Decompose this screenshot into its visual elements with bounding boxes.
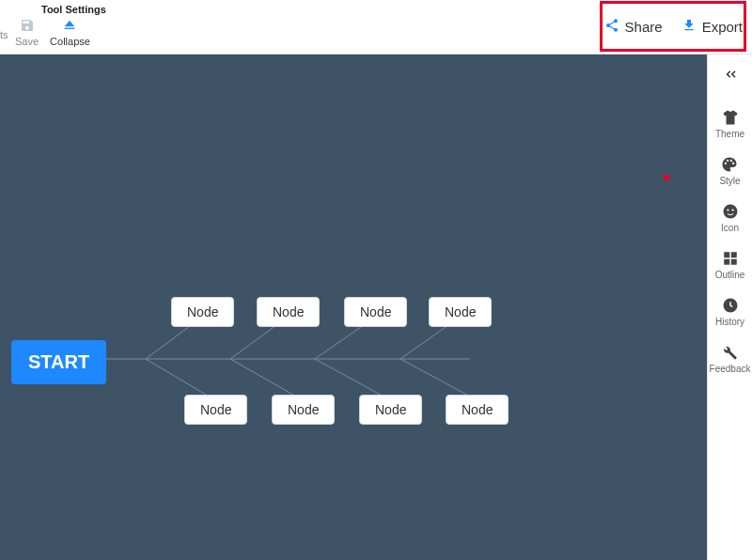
node-top-3[interactable]: Node — [344, 297, 407, 327]
node-bottom-4[interactable]: Node — [446, 395, 509, 425]
clock-icon — [722, 297, 739, 314]
start-label: START — [28, 351, 89, 372]
history-label: History — [715, 317, 744, 327]
save-button[interactable]: Save — [15, 17, 39, 47]
node-bottom-2[interactable]: Node — [272, 395, 335, 425]
share-label: Share — [625, 19, 663, 35]
chevron-double-left-icon — [722, 70, 739, 86]
style-label: Style — [719, 176, 740, 186]
node-top-2[interactable]: Node — [257, 297, 320, 327]
svg-point-12 — [731, 209, 733, 210]
shirt-icon — [722, 109, 739, 126]
svg-point-10 — [723, 205, 737, 219]
export-button[interactable]: Export — [682, 18, 743, 36]
start-node[interactable]: START — [11, 340, 106, 384]
collapse-icon — [61, 17, 78, 34]
history-button[interactable]: History — [715, 297, 744, 327]
palette-icon — [721, 156, 738, 173]
svg-point-11 — [727, 209, 728, 210]
svg-line-9 — [400, 359, 472, 397]
wrench-icon — [721, 344, 738, 361]
tool-settings-group: Tool Settings Save Collapse — [9, 0, 112, 51]
svg-line-8 — [315, 359, 385, 397]
outline-button[interactable]: Outline — [715, 250, 745, 280]
svg-line-7 — [230, 359, 298, 397]
node-bottom-1[interactable]: Node — [184, 395, 247, 425]
save-label: Save — [15, 36, 39, 47]
sidebar-collapse-button[interactable] — [722, 66, 739, 86]
grid-icon — [722, 250, 739, 267]
export-label: Export — [702, 19, 743, 35]
theme-label: Theme — [715, 129, 744, 139]
truncated-text: ts — [0, 29, 9, 54]
node-top-4[interactable]: Node — [429, 297, 492, 327]
feedback-label: Feedback — [710, 364, 751, 374]
icon-button[interactable]: Icon — [721, 203, 739, 233]
tool-settings-title: Tool Settings — [15, 4, 106, 15]
smiley-icon — [722, 203, 739, 220]
marker-dot — [664, 175, 669, 180]
svg-rect-0 — [65, 28, 75, 29]
icon-label: Icon — [721, 223, 739, 233]
svg-rect-15 — [724, 259, 729, 265]
style-button[interactable]: Style — [719, 156, 740, 186]
save-icon — [19, 17, 36, 34]
collapse-button[interactable]: Collapse — [50, 17, 90, 47]
right-sidebar: Theme Style Icon Outline History Feedbac… — [707, 54, 752, 560]
node-top-1[interactable]: Node — [171, 297, 234, 327]
outline-label: Outline — [715, 270, 745, 280]
feedback-button[interactable]: Feedback — [710, 344, 751, 374]
top-toolbar: ts Tool Settings Save Collapse Share — [0, 0, 752, 54]
svg-rect-16 — [730, 259, 736, 265]
share-icon — [604, 18, 619, 36]
node-bottom-3[interactable]: Node — [359, 395, 422, 425]
collapse-label: Collapse — [50, 36, 90, 47]
svg-line-6 — [146, 359, 211, 397]
svg-rect-13 — [724, 252, 729, 257]
export-icon — [682, 18, 697, 36]
svg-rect-14 — [730, 252, 736, 257]
share-button[interactable]: Share — [604, 18, 663, 36]
theme-button[interactable]: Theme — [715, 109, 744, 139]
canvas[interactable]: START Node Node Node Node Node Node Node… — [0, 54, 707, 560]
